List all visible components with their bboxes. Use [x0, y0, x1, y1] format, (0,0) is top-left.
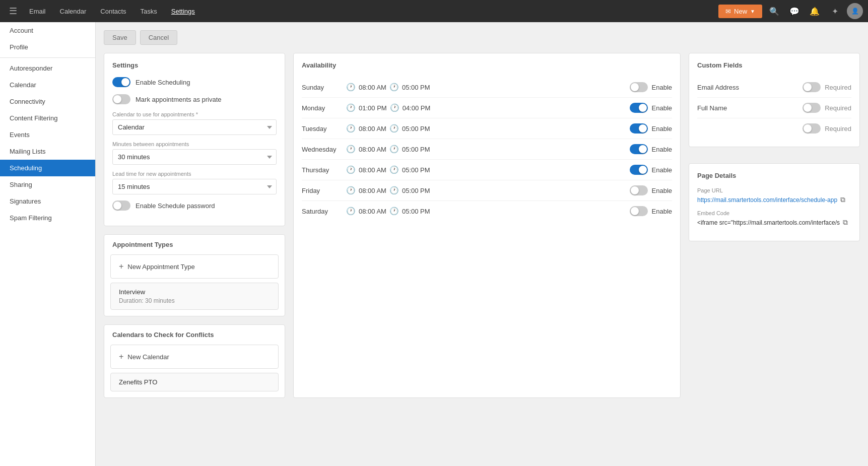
sunday-enable-toggle[interactable] — [630, 82, 648, 92]
enable-password-toggle[interactable] — [112, 201, 130, 211]
thursday-enable-toggle[interactable] — [630, 165, 648, 175]
wednesday-end[interactable]: 05:00 PM — [402, 146, 430, 153]
add-calendar-button[interactable]: + New Calendar — [110, 345, 279, 369]
empty-required-toggle[interactable] — [803, 123, 821, 134]
add-appointment-type-button[interactable]: + New Appointment Type — [110, 254, 279, 279]
nav-email[interactable]: Email — [23, 5, 52, 18]
calendar-select-group: Calendar to use for appointments * Calen… — [112, 111, 277, 135]
embed-code-text: <iframe src="https://mail.smartertools.c… — [697, 219, 840, 226]
nav-tasks[interactable]: Tasks — [135, 5, 163, 18]
calendar-conflict-name: Zenefits PTO — [119, 378, 270, 386]
wednesday-start[interactable]: 08:00 AM — [359, 146, 386, 153]
cancel-button[interactable]: Cancel — [140, 30, 177, 45]
friday-start[interactable]: 08:00 AM — [359, 187, 386, 194]
mark-private-row: Mark appointments as private — [112, 94, 277, 104]
thursday-start[interactable]: 08:00 AM — [359, 166, 386, 174]
nav-calendar[interactable]: Calendar — [54, 5, 93, 18]
sidebar-item-signatures[interactable]: Signatures — [0, 193, 95, 210]
tuesday-end[interactable]: 05:00 PM — [402, 125, 430, 132]
monday-enable-toggle[interactable] — [630, 103, 648, 113]
new-button[interactable]: ✉ New ▼ — [718, 5, 762, 18]
avatar[interactable]: 👤 — [847, 3, 863, 19]
enable-scheduling-toggle[interactable] — [112, 77, 130, 87]
wednesday-time-group: 🕐 08:00 AM 🕐 05:00 PM — [346, 145, 626, 154]
saturday-enable-group: Enable — [630, 206, 672, 216]
availability-card: Availability Sunday 🕐 08:00 AM 🕐 05:00 P… — [293, 53, 681, 398]
day-label-saturday: Saturday — [302, 208, 342, 215]
email-required-label: Required — [825, 84, 851, 91]
copy-url-icon[interactable]: ⧉ — [840, 195, 845, 204]
chat-icon[interactable]: 💬 — [786, 3, 803, 19]
clock-icon: 🕐 — [389, 145, 399, 154]
clock-icon: 🕐 — [346, 145, 356, 154]
fullname-required-group: Required — [803, 103, 851, 113]
sidebar-item-events[interactable]: Events — [0, 126, 95, 143]
clock-icon: 🕐 — [389, 124, 399, 133]
sidebar: Account Profile Autoresponder Calendar C… — [0, 22, 96, 466]
monday-enable-label: Enable — [652, 104, 672, 112]
monday-start[interactable]: 01:00 PM — [359, 104, 387, 112]
friday-enable-label: Enable — [652, 187, 672, 194]
sidebar-item-content-filtering[interactable]: Content Filtering — [0, 110, 95, 126]
left-column: Settings Enable Scheduling Mark appointm… — [104, 53, 285, 398]
day-label-sunday: Sunday — [302, 84, 342, 91]
tuesday-enable-group: Enable — [630, 123, 672, 134]
sidebar-item-autoresponder[interactable]: Autoresponder — [0, 60, 95, 77]
day-row-sunday: Sunday 🕐 08:00 AM 🕐 05:00 PM Enable — [302, 77, 672, 98]
sidebar-item-calendar[interactable]: Calendar — [0, 77, 95, 93]
sidebar-item-mailing-lists[interactable]: Mailing Lists — [0, 143, 95, 160]
clock-icon: 🕐 — [389, 207, 399, 216]
nav-contacts[interactable]: Contacts — [94, 5, 132, 18]
clock-icon: 🕐 — [346, 186, 356, 195]
tuesday-start[interactable]: 08:00 AM — [359, 125, 386, 132]
clock-icon: 🕐 — [346, 83, 356, 92]
saturday-end[interactable]: 05:00 PM — [402, 208, 430, 215]
monday-end[interactable]: 04:00 PM — [403, 104, 431, 112]
sunday-end[interactable]: 05:00 PM — [402, 84, 430, 91]
search-icon[interactable]: 🔍 — [766, 3, 782, 19]
right-column: Custom Fields Email Address Required Ful… — [689, 53, 860, 398]
appointment-type-item[interactable]: Interview Duration: 30 minutes — [110, 283, 279, 310]
sunday-start[interactable]: 08:00 AM — [359, 84, 386, 91]
day-label-tuesday: Tuesday — [302, 125, 342, 132]
theme-icon[interactable]: ✦ — [827, 3, 843, 19]
minutes-select[interactable]: 30 minutes15 minutes60 minutes — [112, 149, 277, 165]
mark-private-toggle[interactable] — [112, 94, 130, 104]
sidebar-item-account[interactable]: Account — [0, 22, 95, 39]
wednesday-enable-label: Enable — [652, 146, 672, 153]
calendar-select[interactable]: Calendar — [112, 119, 277, 135]
leadtime-select[interactable]: 15 minutes30 minutes60 minutes — [112, 179, 277, 194]
appointment-type-name: Interview — [119, 288, 270, 296]
sidebar-item-profile[interactable]: Profile — [0, 39, 95, 55]
fullname-required-toggle[interactable] — [803, 103, 821, 113]
day-label-thursday: Thursday — [302, 166, 342, 174]
main-content: Save Cancel Settings Enable Scheduling — [96, 22, 868, 466]
saturday-enable-toggle[interactable] — [630, 206, 648, 216]
minutes-select-group: Minutes between appointments 30 minutes1… — [112, 141, 277, 165]
clock-icon: 🕐 — [389, 83, 399, 92]
sunday-enable-label: Enable — [652, 84, 672, 91]
save-button[interactable]: Save — [104, 30, 136, 45]
clock-icon: 🕐 — [389, 165, 399, 174]
nav-settings[interactable]: Settings — [165, 5, 201, 18]
friday-enable-toggle[interactable] — [630, 185, 648, 195]
app-menu-icon[interactable]: ☰ — [5, 3, 21, 19]
wednesday-enable-toggle[interactable] — [630, 144, 648, 154]
page-url-value-row: https://mail.smartertools.com/interface/… — [697, 195, 851, 204]
saturday-start[interactable]: 08:00 AM — [359, 208, 386, 215]
tuesday-enable-toggle[interactable] — [630, 123, 648, 134]
thursday-end[interactable]: 05:00 PM — [402, 166, 430, 174]
clock-icon: 🕐 — [389, 186, 399, 195]
sidebar-item-connectivity[interactable]: Connectivity — [0, 93, 95, 110]
friday-end[interactable]: 05:00 PM — [402, 187, 430, 194]
copy-embed-icon[interactable]: ⧉ — [843, 218, 848, 227]
sidebar-item-scheduling[interactable]: Scheduling — [0, 160, 95, 176]
calendar-conflict-item[interactable]: Zenefits PTO — [110, 373, 279, 391]
sunday-enable-group: Enable — [630, 82, 672, 92]
notifications-icon[interactable]: 🔔 — [807, 3, 823, 19]
sidebar-item-sharing[interactable]: Sharing — [0, 176, 95, 193]
page-url-label: Page URL — [697, 187, 851, 193]
sidebar-item-spam-filtering[interactable]: Spam Filtering — [0, 210, 95, 226]
friday-time-group: 🕐 08:00 AM 🕐 05:00 PM — [346, 186, 626, 195]
email-required-toggle[interactable] — [803, 82, 821, 92]
